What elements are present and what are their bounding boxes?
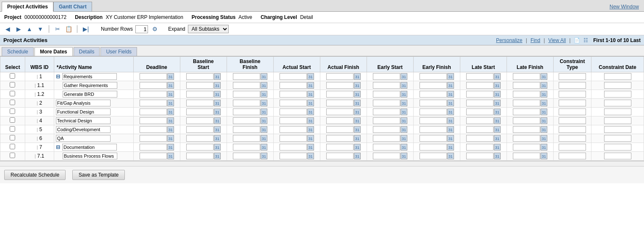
row-checkbox[interactable] [10, 135, 15, 140]
baseline-start-input[interactable] [186, 82, 214, 89]
sub-tab-details[interactable]: Details [74, 47, 100, 56]
sub-tab-more-dates[interactable]: More Dates [34, 47, 73, 56]
scrollbar[interactable] [0, 161, 644, 166]
baseline-start-input[interactable] [186, 91, 214, 98]
late-finish-calendar-icon[interactable]: 31 [541, 82, 547, 89]
baseline-start-calendar-icon[interactable]: 31 [214, 82, 221, 89]
baseline-finish-calendar-icon[interactable]: 31 [261, 135, 267, 142]
constraint-date-input[interactable] [604, 91, 631, 98]
actual-start-input[interactable] [280, 73, 307, 80]
baseline-finish-calendar-icon[interactable]: 31 [261, 100, 267, 106]
expand-collapse-icon[interactable]: ⊟ [56, 144, 61, 150]
personalize-link[interactable]: Personalize [496, 37, 523, 43]
find-link[interactable]: Find [531, 37, 540, 43]
export-icon[interactable]: 📄 [574, 37, 580, 43]
early-start-calendar-icon[interactable]: 31 [401, 108, 407, 115]
late-finish-calendar-icon[interactable]: 31 [541, 73, 547, 80]
baseline-start-calendar-icon[interactable]: 31 [214, 117, 221, 124]
late-start-calendar-icon[interactable]: 31 [494, 108, 501, 115]
actual-finish-calendar-icon[interactable]: 31 [354, 126, 361, 133]
actual-start-calendar-icon[interactable]: 31 [307, 73, 314, 80]
early-start-calendar-icon[interactable]: 31 [401, 135, 407, 142]
baseline-finish-input[interactable] [233, 82, 260, 89]
deadline-calendar-icon[interactable]: 31 [167, 153, 174, 159]
actual-start-input[interactable] [280, 100, 307, 106]
baseline-start-input[interactable] [186, 135, 214, 142]
baseline-finish-calendar-icon[interactable]: 31 [261, 126, 267, 133]
early-start-input[interactable] [373, 100, 400, 106]
early-start-calendar-icon[interactable]: 31 [401, 91, 407, 98]
actual-start-calendar-icon[interactable]: 31 [307, 91, 314, 98]
constraint-type-input[interactable] [559, 153, 586, 159]
constraint-type-input[interactable] [559, 82, 586, 89]
baseline-finish-input[interactable] [233, 117, 260, 124]
actual-finish-input[interactable] [326, 135, 354, 142]
early-finish-input[interactable] [420, 144, 447, 151]
baseline-finish-calendar-icon[interactable]: 31 [261, 91, 267, 98]
row-checkbox[interactable] [10, 82, 15, 87]
cut-icon[interactable]: ✂ [53, 25, 62, 33]
late-finish-calendar-icon[interactable]: 31 [541, 144, 547, 151]
deadline-input[interactable] [140, 91, 167, 98]
deadline-calendar-icon[interactable]: 31 [167, 108, 174, 115]
late-start-input[interactable] [466, 100, 494, 106]
early-finish-input[interactable] [420, 82, 447, 89]
actual-finish-input[interactable] [326, 117, 354, 124]
actual-finish-input[interactable] [326, 82, 354, 89]
constraint-type-input[interactable] [559, 117, 586, 124]
late-start-calendar-icon[interactable]: 31 [494, 153, 501, 159]
baseline-finish-calendar-icon[interactable]: 31 [261, 82, 267, 89]
previous-icon[interactable]: ◀ [3, 25, 12, 33]
late-start-calendar-icon[interactable]: 31 [494, 100, 501, 106]
constraint-type-input[interactable] [559, 73, 586, 80]
actual-start-input[interactable] [280, 153, 307, 159]
late-start-calendar-icon[interactable]: 31 [494, 91, 501, 98]
deadline-input[interactable] [140, 117, 167, 124]
settings-icon[interactable]: ⚙ [150, 25, 159, 33]
late-finish-calendar-icon[interactable]: 31 [541, 117, 547, 124]
constraint-date-input[interactable] [604, 108, 631, 115]
actual-finish-input[interactable] [326, 126, 354, 133]
baseline-finish-input[interactable] [233, 91, 260, 98]
actual-finish-calendar-icon[interactable]: 31 [354, 135, 361, 142]
early-start-input[interactable] [373, 82, 400, 89]
baseline-finish-calendar-icon[interactable]: 31 [261, 73, 267, 80]
early-finish-input[interactable] [420, 73, 447, 80]
early-start-calendar-icon[interactable]: 31 [401, 82, 407, 89]
early-finish-calendar-icon[interactable]: 31 [447, 91, 454, 98]
baseline-start-input[interactable] [186, 73, 214, 80]
row-checkbox[interactable] [10, 144, 15, 149]
early-finish-calendar-icon[interactable]: 31 [447, 82, 454, 89]
add-row-icon[interactable]: ▶| [82, 25, 90, 33]
actual-finish-calendar-icon[interactable]: 31 [354, 91, 361, 98]
late-finish-input[interactable] [513, 91, 540, 98]
row-checkbox[interactable] [10, 126, 15, 132]
late-start-input[interactable] [466, 153, 494, 159]
late-finish-calendar-icon[interactable]: 31 [541, 126, 547, 133]
recalculate-schedule-button[interactable]: Recalculate Schedule [4, 170, 66, 180]
actual-start-calendar-icon[interactable]: 31 [307, 144, 314, 151]
actual-finish-input[interactable] [326, 91, 354, 98]
early-start-input[interactable] [373, 144, 400, 151]
deadline-input[interactable] [140, 126, 167, 133]
constraint-type-input[interactable] [559, 100, 586, 106]
number-rows-input[interactable] [135, 25, 148, 33]
baseline-start-input[interactable] [186, 144, 214, 151]
late-start-input[interactable] [466, 144, 494, 151]
grid-icon[interactable]: ☷ [583, 37, 588, 43]
new-window-link[interactable]: New Window [610, 4, 642, 10]
baseline-finish-calendar-icon[interactable]: 31 [261, 144, 267, 151]
early-finish-calendar-icon[interactable]: 31 [447, 144, 454, 151]
late-finish-input[interactable] [513, 100, 540, 106]
late-finish-calendar-icon[interactable]: 31 [541, 108, 547, 115]
early-finish-calendar-icon[interactable]: 31 [447, 100, 454, 106]
deadline-input[interactable] [140, 100, 167, 106]
late-start-input[interactable] [466, 108, 494, 115]
save-as-template-button[interactable]: Save as Template [72, 170, 125, 180]
deadline-calendar-icon[interactable]: 31 [167, 100, 174, 106]
sub-tab-user-fields[interactable]: User Fields [100, 47, 137, 56]
constraint-date-input[interactable] [604, 153, 631, 159]
early-start-calendar-icon[interactable]: 31 [401, 153, 407, 159]
early-finish-calendar-icon[interactable]: 31 [447, 117, 454, 124]
baseline-start-input[interactable] [186, 153, 214, 159]
